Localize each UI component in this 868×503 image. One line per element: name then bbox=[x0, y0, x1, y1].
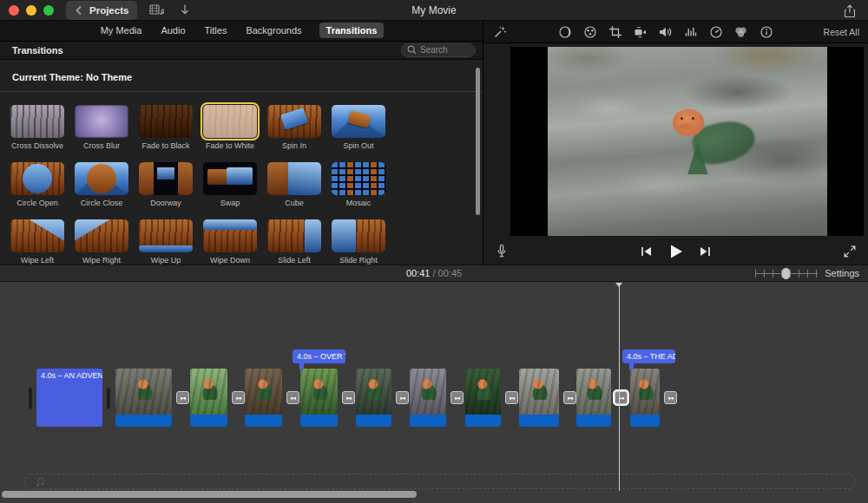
minimize-window-button[interactable] bbox=[26, 5, 36, 16]
search-input[interactable] bbox=[420, 45, 472, 55]
voiceover-mic-icon[interactable] bbox=[494, 244, 510, 259]
video-clip[interactable] bbox=[465, 369, 501, 427]
color-balance-icon[interactable] bbox=[557, 24, 573, 40]
crop-icon[interactable] bbox=[608, 24, 623, 40]
transition-thumbnail-spin-in[interactable] bbox=[267, 105, 321, 138]
skip-forward-icon[interactable] bbox=[698, 244, 713, 259]
video-clip[interactable] bbox=[630, 369, 660, 427]
clip-info-icon[interactable] bbox=[759, 24, 774, 40]
viewer-toolbar: Reset All bbox=[483, 21, 868, 43]
close-window-button[interactable] bbox=[9, 5, 19, 16]
tab-backgrounds[interactable]: Backgrounds bbox=[244, 23, 303, 38]
transition-art bbox=[267, 162, 321, 195]
transition-art bbox=[139, 162, 193, 195]
clip-filter-icon[interactable] bbox=[733, 24, 749, 40]
window-controls bbox=[9, 5, 54, 16]
timeline-transition-icon[interactable]: ▸◂ bbox=[505, 391, 518, 404]
transition-thumbnail-circle-close[interactable] bbox=[75, 162, 128, 195]
clip-audio-strip bbox=[465, 415, 501, 427]
timeline-transition-icon[interactable]: ▸◂ bbox=[615, 391, 628, 404]
character-marker bbox=[583, 379, 604, 400]
import-media-icon[interactable] bbox=[177, 3, 193, 18]
clip-audio-strip bbox=[630, 415, 660, 427]
transition-thumbnail-cube[interactable] bbox=[267, 162, 321, 195]
timeline-transition-icon[interactable]: ▸◂ bbox=[176, 391, 189, 404]
transition-thumbnail-fade-white[interactable] bbox=[203, 105, 257, 138]
tab-transitions[interactable]: Transitions bbox=[319, 23, 385, 38]
timeline-transition-icon[interactable]: ▸◂ bbox=[664, 391, 677, 404]
transition-label: Cross Dissolve bbox=[10, 141, 64, 150]
transition-thumbnail-wipe-right[interactable] bbox=[75, 219, 128, 252]
title-badge[interactable]: 4.0s – THE AD... bbox=[622, 349, 675, 363]
timeline-transition-icon[interactable]: ▸◂ bbox=[563, 391, 576, 404]
transition-thumbnail-circle-open[interactable] bbox=[10, 162, 64, 195]
clip-trim-handle[interactable] bbox=[107, 388, 110, 409]
transition-item: Spin Out bbox=[332, 105, 385, 150]
timeline-transition-icon[interactable]: ▸◂ bbox=[396, 391, 409, 404]
zoom-window-button[interactable] bbox=[43, 5, 54, 16]
title-clip[interactable]: 4.0s – AN ADVEN... bbox=[36, 369, 102, 427]
reset-all-button[interactable]: Reset All bbox=[824, 27, 859, 37]
skip-back-icon[interactable] bbox=[639, 244, 654, 259]
clip-trim-handle[interactable] bbox=[29, 388, 32, 409]
share-icon[interactable] bbox=[842, 3, 858, 19]
search-box[interactable] bbox=[401, 43, 476, 57]
timeline-transition-icon[interactable]: ▸◂ bbox=[232, 391, 245, 404]
timeline-horizontal-scrollbar[interactable] bbox=[2, 491, 417, 498]
browser-vertical-scrollbar[interactable] bbox=[476, 68, 480, 215]
transition-label: Spin In bbox=[267, 141, 321, 150]
video-clip[interactable] bbox=[190, 369, 227, 427]
transition-label: Swap bbox=[203, 199, 257, 207]
noise-reduction-icon[interactable] bbox=[683, 24, 699, 40]
clip-audio-strip bbox=[576, 415, 611, 427]
video-clip[interactable] bbox=[115, 369, 172, 427]
stabilization-icon[interactable] bbox=[633, 24, 648, 40]
video-preview bbox=[510, 47, 864, 238]
playhead[interactable] bbox=[619, 284, 620, 491]
video-clip[interactable] bbox=[410, 369, 446, 427]
tab-my-media[interactable]: My Media bbox=[99, 23, 144, 38]
timeline[interactable]: 4.0s – AN ADVEN...▸◂▸◂▸◂▸◂▸◂▸◂▸◂▸◂▸◂▸◂4.… bbox=[0, 282, 868, 503]
title-badge[interactable]: 4.0s – OVER T... bbox=[293, 349, 345, 363]
timeline-settings-button[interactable]: Settings bbox=[825, 268, 859, 278]
play-icon[interactable] bbox=[667, 242, 686, 261]
media-library-icon[interactable] bbox=[149, 3, 165, 18]
video-clip[interactable] bbox=[300, 369, 338, 427]
timeline-transition-icon[interactable]: ▸◂ bbox=[286, 391, 299, 404]
enhance-wand-icon[interactable] bbox=[492, 24, 508, 40]
transition-thumbnail-wipe-left[interactable] bbox=[10, 219, 64, 252]
video-clip[interactable] bbox=[356, 369, 391, 427]
timeline-zoom-slider[interactable] bbox=[755, 268, 818, 279]
transition-thumbnail-spin-out[interactable] bbox=[332, 105, 385, 138]
transition-thumbnail-slide-right[interactable] bbox=[332, 219, 385, 252]
transition-thumbnail-fade-black[interactable] bbox=[139, 105, 193, 138]
video-clip[interactable] bbox=[245, 369, 282, 427]
transition-thumbnail-mosaic[interactable] bbox=[332, 162, 385, 195]
transition-label: Wipe Left bbox=[10, 256, 64, 265]
speed-icon[interactable] bbox=[708, 24, 724, 40]
transition-thumbnail-wipe-down[interactable] bbox=[203, 219, 257, 252]
transition-thumbnail-cross-dissolve[interactable] bbox=[10, 105, 64, 138]
clip-audio-strip bbox=[115, 415, 172, 427]
timecode-display: 00:41 / 00:45 bbox=[0, 268, 868, 278]
volume-icon[interactable] bbox=[658, 24, 674, 40]
tab-titles[interactable]: Titles bbox=[203, 23, 229, 38]
fullscreen-icon[interactable] bbox=[842, 244, 858, 259]
projects-back-button[interactable]: Projects bbox=[66, 1, 137, 20]
transition-thumbnail-wipe-up[interactable] bbox=[139, 219, 193, 252]
timeline-transition-icon[interactable]: ▸◂ bbox=[450, 391, 464, 404]
transition-thumbnail-slide-left[interactable] bbox=[267, 219, 321, 252]
transition-thumbnail-doorway[interactable] bbox=[139, 162, 193, 195]
zoom-slider-thumb[interactable] bbox=[782, 268, 790, 279]
video-clip[interactable] bbox=[519, 369, 559, 427]
transition-thumbnail-swap[interactable] bbox=[203, 162, 257, 195]
transition-art bbox=[139, 105, 193, 138]
background-music-well[interactable] bbox=[24, 474, 855, 489]
transition-label: Cross Blur bbox=[75, 141, 128, 150]
color-correction-icon[interactable] bbox=[582, 24, 598, 40]
transition-art bbox=[332, 162, 385, 195]
tab-audio[interactable]: Audio bbox=[159, 23, 187, 38]
video-clip[interactable] bbox=[576, 369, 611, 427]
timeline-transition-icon[interactable]: ▸◂ bbox=[342, 391, 355, 404]
transition-thumbnail-cross-blur[interactable] bbox=[75, 105, 128, 138]
